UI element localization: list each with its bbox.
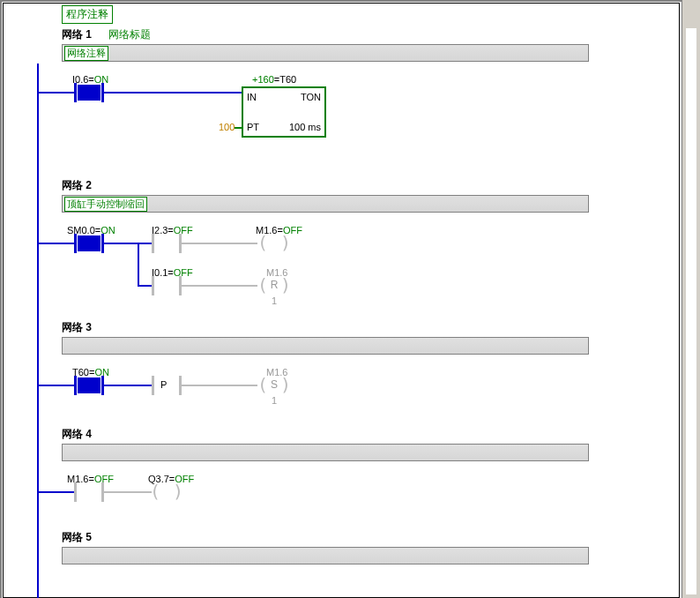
network-label: 网络 3 <box>62 321 92 333</box>
network-1-header[interactable]: 网络 1 网络标题 <box>62 27 677 42</box>
timer-pt-unit: 100 ms <box>289 122 321 132</box>
coil-count: 1 <box>272 395 277 406</box>
plc-ladder-editor: 程序注释 网络 1 网络标题 网络注释 I0.6=ON +160=T60 <box>0 0 700 598</box>
coil-m1-6[interactable]: () <box>259 234 289 253</box>
ladder-canvas[interactable]: 程序注释 网络 1 网络标题 网络注释 I0.6=ON +160=T60 <box>37 2 677 598</box>
scrollbar-area[interactable] <box>681 0 700 598</box>
timer-ton-block[interactable]: INTON PT100 ms <box>242 86 326 138</box>
network-label: 网络 2 <box>62 179 92 191</box>
timer-pt: PT <box>247 122 259 132</box>
network-4-comment-bar[interactable] <box>62 444 589 461</box>
network-label: 网络 4 <box>62 428 92 440</box>
network-comment[interactable]: 网络注释 <box>64 46 108 61</box>
network-4-header[interactable]: 网络 4 <box>62 427 677 442</box>
network-2-rung[interactable]: SM0.0=ON I2.3=OFF M1.6=OFF () I0.1=OFF <box>37 213 677 318</box>
network-3-rung[interactable]: T60=ON P M1.6 (S) 1 <box>37 355 677 425</box>
timer-pt-value: 100 <box>219 122 235 132</box>
network-3-comment-bar[interactable] <box>62 337 589 355</box>
network-1-rung[interactable]: I0.6=ON +160=T60 INTON PT100 ms 100 <box>37 62 677 176</box>
network-2-header[interactable]: 网络 2 <box>62 178 677 193</box>
network-label: 网络 5 <box>62 531 92 543</box>
network-2-comment-bar[interactable]: 顶缸手动控制缩回 <box>62 195 589 213</box>
network-1-comment-bar[interactable]: 网络注释 <box>62 44 589 62</box>
contact-i0-1[interactable] <box>152 276 182 295</box>
timer-in: IN <box>247 92 257 102</box>
network-5-comment-bar[interactable] <box>62 547 589 564</box>
coil-set-m1-6[interactable]: (S) <box>259 376 289 395</box>
contact-i2-3[interactable] <box>152 234 182 253</box>
network-comment[interactable]: 顶缸手动控制缩回 <box>64 197 147 212</box>
p-label: P <box>160 379 167 390</box>
network-4-rung[interactable]: M1.6=OFF Q3.7=OFF () <box>37 461 677 528</box>
contact-sm0-0[interactable] <box>74 234 104 253</box>
program-comment[interactable]: 程序注释 <box>62 5 113 24</box>
contact-t60[interactable] <box>74 376 104 395</box>
coil-count: 1 <box>272 295 277 306</box>
network-3-header[interactable]: 网络 3 <box>62 320 677 335</box>
network-label: 网络 1 <box>62 28 92 41</box>
network-title: 网络标题 <box>108 28 151 41</box>
contact-i0-6[interactable] <box>74 83 104 102</box>
network-5-header[interactable]: 网络 5 <box>62 530 677 545</box>
coil-q3-7[interactable]: () <box>152 482 182 502</box>
contact-m1-6[interactable] <box>74 482 104 502</box>
timer-type: TON <box>301 92 321 102</box>
timer-top-label: +160=T60 <box>252 74 296 85</box>
window-left-border <box>0 0 2 598</box>
coil-reset-m1-6[interactable]: (R) <box>259 276 289 295</box>
